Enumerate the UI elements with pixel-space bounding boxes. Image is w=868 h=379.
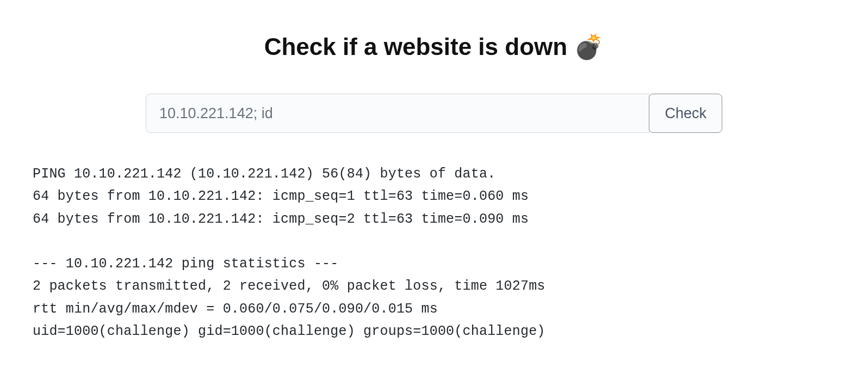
check-form: Check — [146, 94, 722, 133]
check-button[interactable]: Check — [649, 94, 722, 133]
page-title: Check if a website is down 💣 — [33, 33, 835, 61]
address-input[interactable] — [146, 94, 649, 133]
ping-output: PING 10.10.221.142 (10.10.221.142) 56(84… — [33, 163, 835, 343]
